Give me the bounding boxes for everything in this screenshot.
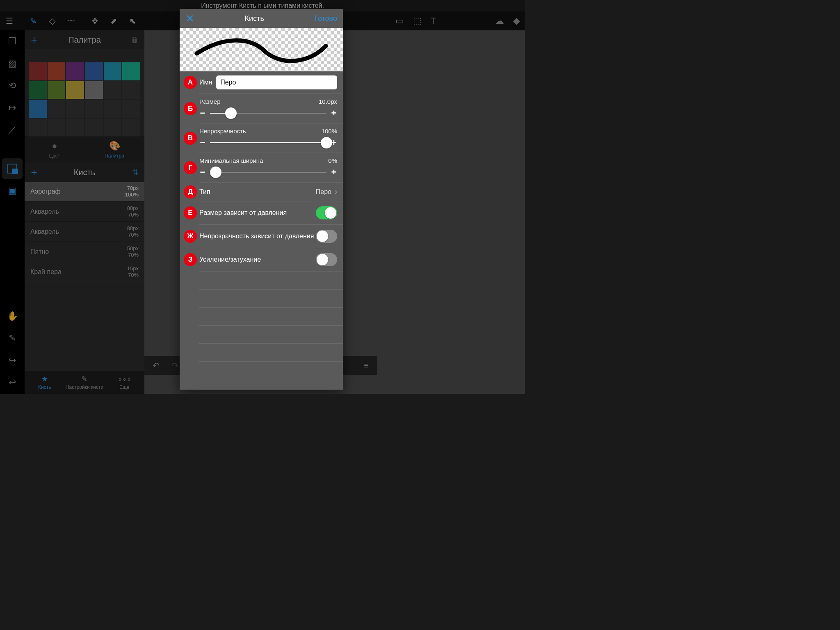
fade-label: Усиление/затухание xyxy=(199,256,261,263)
action-menu-button[interactable]: ≡ xyxy=(355,356,377,375)
chevron-right-icon: › xyxy=(335,187,337,196)
rotate-icon[interactable]: ⟲ xyxy=(2,75,23,96)
pressure-opacity-switch[interactable] xyxy=(316,230,337,243)
palette-swatch[interactable] xyxy=(48,100,66,118)
move-tool-icon[interactable]: ✥ xyxy=(85,11,104,30)
fade-switch[interactable] xyxy=(316,253,337,266)
transform-tool-icon[interactable]: ⬈ xyxy=(104,11,123,30)
palette-swatch[interactable] xyxy=(66,62,84,80)
palette-swatch[interactable] xyxy=(122,100,140,118)
palette-swatch[interactable] xyxy=(48,62,66,80)
brush-list-item[interactable]: Пятно50px70% xyxy=(25,242,144,262)
blank-row xyxy=(199,326,343,344)
blank-row xyxy=(199,272,343,290)
modal-title: Кисть xyxy=(194,14,314,23)
minwidth-value: 0% xyxy=(328,157,337,164)
chat-icon[interactable]: ☁ xyxy=(495,16,504,26)
palette-swatch[interactable] xyxy=(66,100,84,118)
palette-swatch[interactable] xyxy=(66,81,84,99)
type-label: Тип xyxy=(199,188,210,196)
brush-stats: 80px70% xyxy=(127,205,139,218)
palette-swatch[interactable] xyxy=(85,100,103,118)
distort-tool-icon[interactable]: ⬉ xyxy=(123,11,142,30)
palette-swatch[interactable] xyxy=(122,119,140,137)
tab-more[interactable]: ∘∘∘Еще xyxy=(105,371,144,394)
tab-brush-settings[interactable]: ✎Настройки кисти xyxy=(64,371,104,394)
layers-icon[interactable]: ◆ xyxy=(513,16,520,26)
hand-tool-icon[interactable]: ✋ xyxy=(2,306,23,326)
brush-list-item[interactable]: Акварель80px70% xyxy=(25,222,144,242)
opacity-minus-button[interactable]: − xyxy=(199,137,206,148)
palette-swatch[interactable] xyxy=(104,100,122,118)
pressure-size-switch[interactable] xyxy=(316,206,337,219)
brush-name-input[interactable] xyxy=(216,75,337,89)
minwidth-minus-button[interactable]: − xyxy=(199,167,206,178)
palette-panel-icon[interactable]: ▣ xyxy=(2,180,23,201)
redo-icon[interactable]: ↪ xyxy=(2,350,23,371)
palette-swatch[interactable] xyxy=(122,62,140,80)
add-palette-button[interactable]: + xyxy=(25,34,43,46)
modal-header: ✕ Кисть Готово xyxy=(180,9,343,28)
palette-swatch[interactable] xyxy=(29,100,47,118)
badge-z: З xyxy=(184,253,197,266)
size-minus-button[interactable]: − xyxy=(199,108,206,119)
side-panel: + Палитра 🗑 --- ●Цвет 🎨Палитра + Кисть ⇅… xyxy=(25,30,144,394)
tab-palette[interactable]: 🎨Палитра xyxy=(84,137,144,163)
copy-icon[interactable]: ❐ xyxy=(2,31,23,52)
done-button[interactable]: Готово xyxy=(314,14,337,23)
brush-stats: 70px100% xyxy=(125,185,139,198)
palette-swatch[interactable] xyxy=(29,62,47,80)
palette-swatch[interactable] xyxy=(104,62,122,80)
undo-icon[interactable]: ↩ xyxy=(2,372,23,393)
close-icon[interactable]: ✕ xyxy=(185,12,194,25)
eraser-tool-icon[interactable]: ◇ xyxy=(43,11,62,30)
text-tool-icon[interactable]: T xyxy=(431,16,436,26)
palette-swatch[interactable] xyxy=(104,81,122,99)
palette-swatch[interactable] xyxy=(122,81,140,99)
palette-swatch[interactable] xyxy=(104,119,122,137)
brush-list-item[interactable]: Аэрограф70px100% xyxy=(25,182,144,202)
palette-swatch[interactable] xyxy=(29,119,47,137)
brush-stats: 80px70% xyxy=(127,225,139,238)
tab-palette-label: Палитра xyxy=(105,153,124,159)
palette-swatch[interactable] xyxy=(85,81,103,99)
delete-palette-icon[interactable]: 🗑 xyxy=(126,36,144,44)
size-plus-button[interactable]: + xyxy=(331,108,337,119)
palette-swatch[interactable] xyxy=(48,119,66,137)
right-toolbar: ▭ ⬚ T ☁ ◆ xyxy=(395,11,520,30)
draw-icon[interactable]: ／ xyxy=(2,120,23,140)
palette-swatch[interactable] xyxy=(48,81,66,99)
size-slider[interactable] xyxy=(210,107,326,119)
layout-icon[interactable]: ▭ xyxy=(395,16,404,26)
redo-button[interactable]: ↷ xyxy=(172,361,179,370)
selection-icon[interactable]: ▨ xyxy=(2,53,23,74)
badge-v: В xyxy=(184,132,197,145)
sort-brush-icon[interactable]: ⇅ xyxy=(126,168,144,177)
palette-swatch[interactable] xyxy=(85,119,103,137)
minwidth-slider[interactable] xyxy=(210,167,326,178)
opacity-slider[interactable] xyxy=(210,137,326,148)
brush-tool-icon[interactable]: ✎ xyxy=(24,11,43,30)
smudge-tool-icon[interactable]: 〰 xyxy=(62,11,80,30)
minwidth-plus-button[interactable]: + xyxy=(331,167,337,178)
tab-brush[interactable]: ★Кисть xyxy=(25,371,64,394)
palette-swatch[interactable] xyxy=(85,62,103,80)
color-panel-icon[interactable] xyxy=(2,158,23,179)
select-icon[interactable]: ⬚ xyxy=(413,16,422,26)
undo-button[interactable]: ↶ xyxy=(153,361,160,370)
eyedropper-icon[interactable]: ✎ xyxy=(2,328,23,349)
type-row[interactable]: Д Тип Перо› xyxy=(199,183,343,201)
opacity-label: Непрозрачность xyxy=(199,128,246,135)
palette-swatch[interactable] xyxy=(29,81,47,99)
menu-icon[interactable]: ☰ xyxy=(0,11,19,30)
palette-swatch[interactable] xyxy=(66,119,84,137)
guide-icon[interactable]: ↦ xyxy=(2,98,23,118)
brush-list-item[interactable]: Край пера15px70% xyxy=(25,262,144,282)
fade-row: З Усиление/затухание xyxy=(199,248,343,272)
badge-b: Б xyxy=(184,102,197,115)
add-brush-button[interactable]: + xyxy=(25,166,43,179)
tab-color[interactable]: ●Цвет xyxy=(25,137,84,163)
minwidth-label: Минимальная ширина xyxy=(199,157,263,164)
blank-row xyxy=(199,344,343,362)
brush-list-item[interactable]: Акварель80px70% xyxy=(25,202,144,222)
